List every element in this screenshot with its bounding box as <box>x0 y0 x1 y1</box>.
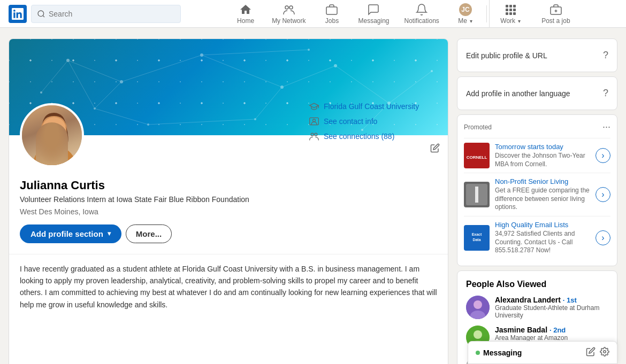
pav-avatar-0 <box>466 296 490 319</box>
nav-home[interactable]: Home <box>227 0 264 28</box>
profile-side-info: Florida Gulf Coast University See contac… <box>309 101 437 146</box>
profile-body: Florida Gulf Coast University See contac… <box>9 135 448 254</box>
contact-info-link[interactable]: See contact info <box>324 117 377 126</box>
svg-line-31 <box>282 66 335 87</box>
nav-post-job[interactable]: Post a job <box>532 0 580 28</box>
pav-info-1: Jasmine Badal · 2nd Area Manager at Amaz… <box>495 326 608 342</box>
svg-point-3 <box>285 6 288 9</box>
nav-jobs[interactable]: Jobs <box>313 0 350 28</box>
pav-item-0: Alexandra Landert · 1st Graduate Student… <box>466 296 608 319</box>
svg-line-36 <box>255 87 282 119</box>
svg-line-28 <box>68 60 121 82</box>
nav-jobs-label: Jobs <box>325 17 339 25</box>
ad-exactdata-arrow[interactable]: › <box>596 230 610 245</box>
pav-info-0: Alexandra Landert · 1st Graduate Student… <box>495 296 608 319</box>
svg-point-47 <box>315 133 317 136</box>
profile-bio: I have recently graduated as a student a… <box>9 254 448 320</box>
profile-headline: Volunteer Relations Intern at Iowa State… <box>20 195 437 205</box>
profile-card: Florida Gulf Coast University See contac… <box>9 38 448 364</box>
avatar: JC <box>459 3 472 16</box>
nav-home-label: Home <box>237 17 254 25</box>
pav-headline-1: Area Manager at Amazon <box>495 334 608 342</box>
add-profile-section-label: Add profile section <box>30 229 103 238</box>
ad-cornell-title[interactable]: Tomorrow starts today <box>495 143 590 151</box>
linkedin-logo[interactable] <box>9 5 27 23</box>
nav-divider <box>486 5 487 22</box>
svg-point-46 <box>313 119 316 122</box>
edit-profile-url-link[interactable]: Edit public profile & URL ? <box>466 48 608 63</box>
nav-work[interactable]: Work ▾ <box>489 0 532 28</box>
nav-notifications-label: Notifications <box>404 17 439 25</box>
svg-rect-4 <box>326 7 337 14</box>
cornell-logo: CORNELL <box>464 143 490 168</box>
add-language-label: Add profile in another language <box>466 89 570 98</box>
ad-nonprofit-arrow[interactable]: › <box>596 187 610 202</box>
pav-name-1[interactable]: Jasmine Badal · 2nd <box>495 326 608 334</box>
svg-rect-8 <box>506 9 508 11</box>
add-language-link[interactable]: Add profile in another language ? <box>466 86 608 101</box>
more-button[interactable]: More... <box>126 224 172 243</box>
sidebar: Edit public profile & URL ? Add profile … <box>457 38 617 364</box>
jobs-icon <box>325 3 338 16</box>
online-indicator <box>476 351 480 355</box>
nav-notifications[interactable]: Notifications <box>397 0 447 28</box>
messaging-icon <box>367 3 380 16</box>
pav-degree-1: · 2nd <box>549 326 566 334</box>
ad-exactdata-title[interactable]: High Quality Email Lists <box>495 221 590 229</box>
contact-info: See contact info <box>309 116 437 127</box>
svg-rect-11 <box>506 12 508 15</box>
add-profile-section-button[interactable]: Add profile section ▾ <box>20 224 121 243</box>
nav-work-label: Work ▾ <box>500 17 521 25</box>
bell-icon <box>415 3 428 16</box>
nav-messaging[interactable]: Messaging <box>350 0 396 28</box>
nav-me[interactable]: JC Me ▾ <box>447 0 484 28</box>
edit-profile-button[interactable] <box>426 140 444 157</box>
messaging-settings-icon[interactable] <box>600 347 609 358</box>
university-link[interactable]: Florida Gulf Coast University <box>324 102 419 111</box>
svg-rect-52 <box>475 187 478 203</box>
nav-network[interactable]: My Network <box>264 0 313 28</box>
connections-info: See connections (88) <box>309 131 437 142</box>
svg-line-30 <box>202 55 282 87</box>
svg-rect-9 <box>509 9 512 11</box>
profile-avatar-img <box>22 105 82 165</box>
ad-nonprofit: Non-Profit Senior Living Get a FREE guid… <box>464 173 610 216</box>
exactdata-logo: Exact Data <box>464 225 490 251</box>
messaging-label[interactable]: Messaging <box>483 348 522 357</box>
svg-point-0 <box>38 11 44 17</box>
add-language-help-icon[interactable]: ? <box>603 88 608 99</box>
main-nav: Home My Network Jobs Messaging <box>189 0 617 28</box>
svg-point-2 <box>289 6 293 9</box>
profile-photo <box>22 105 84 167</box>
profile-location: West Des Moines, Iowa <box>20 207 437 216</box>
profile-name: Julianna Curtis <box>20 179 437 192</box>
ad-cornell-arrow[interactable]: › <box>596 148 610 163</box>
svg-line-32 <box>335 66 389 103</box>
svg-point-60 <box>474 330 482 339</box>
pav-name-0[interactable]: Alexandra Landert · 1st <box>495 296 608 304</box>
profile-actions: Add profile section ▾ More... <box>20 224 437 243</box>
navbar: Home My Network Jobs Messaging <box>0 0 626 28</box>
nav-network-label: My Network <box>272 17 306 25</box>
home-icon <box>239 3 252 16</box>
people-also-viewed-title: People Also Viewed <box>466 280 608 289</box>
profile-avatar-container <box>20 103 84 167</box>
search-input[interactable] <box>49 10 175 18</box>
search-bar[interactable] <box>31 5 181 23</box>
nav-post-job-label: Post a job <box>541 17 570 25</box>
svg-line-33 <box>68 60 95 109</box>
edit-profile-help-icon[interactable]: ? <box>603 50 608 61</box>
compose-message-icon[interactable] <box>586 347 596 358</box>
svg-rect-5 <box>506 5 508 7</box>
connections-icon <box>309 131 319 142</box>
edit-profile-url-card: Edit public profile & URL ? <box>457 38 617 72</box>
promoted-label: Promoted <box>464 123 492 131</box>
ad-exactdata: Exact Data High Quality Email Lists 34,9… <box>464 216 610 259</box>
ad-nonprofit-title[interactable]: Non-Profit Senior Living <box>495 177 590 185</box>
messaging-actions <box>586 347 609 358</box>
promoted-menu-button[interactable]: ··· <box>602 121 610 133</box>
connections-link[interactable]: See connections (88) <box>324 132 394 141</box>
ad-nonprofit-content: Non-Profit Senior Living Get a FREE guid… <box>495 177 590 212</box>
pav-degree-0: · 1st <box>563 296 577 304</box>
contact-icon <box>309 116 319 127</box>
